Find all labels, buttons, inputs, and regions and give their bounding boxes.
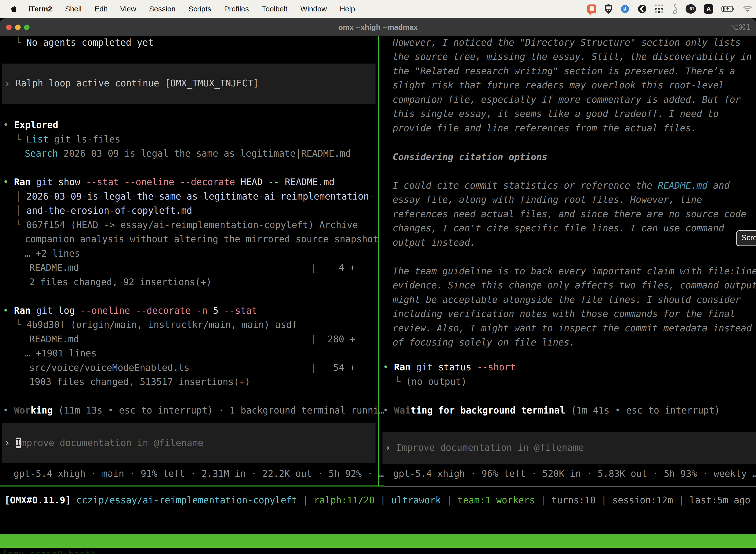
thinking-p3-l5: review. Also, I might want to inspect th…	[393, 322, 752, 334]
timer-61-icon[interactable]: ..61	[686, 4, 696, 14]
separator: |	[441, 495, 458, 506]
cmd-token: log	[58, 305, 80, 316]
menu-item-help[interactable]: Help	[340, 5, 355, 13]
agents-done-text: No agents completed yet	[26, 37, 153, 48]
tree-elbow: └	[15, 220, 26, 230]
inject-input-text: Ralph loop active continue [OMX_TMUX_INJ…	[16, 78, 259, 89]
right-prompt-input-box[interactable]: › Improve documentation in @filename	[382, 432, 756, 464]
no-output-text: (no output)	[406, 376, 467, 387]
left-session-status: gpt-5.4 xhigh · main · 91% left · 2.31M …	[14, 468, 384, 480]
ralph-counter: ralph:11/20	[314, 495, 375, 506]
ran-git-status-line: • Ran git status --short	[383, 362, 516, 373]
no-output-line: └ (no output)	[395, 376, 467, 388]
chat-bubble-icon[interactable]	[587, 4, 596, 13]
p2-text-b: and	[708, 180, 730, 191]
shield-grid-icon[interactable]	[604, 4, 613, 14]
waiting-shimmer-bright: ting for background terminal	[411, 405, 565, 416]
commit-2-text: 4b9d30f (origin/main, instructkr/main, m…	[26, 320, 297, 330]
list-cmd: git ls-files	[49, 134, 121, 145]
search-query: 2026-03-09-is-legal-the-same-as-legitima…	[58, 148, 351, 159]
thinking-p1-l1: However, I noticed the "Directory Struct…	[393, 37, 741, 49]
thinking-p2-l2: essay file, along with finding root file…	[393, 194, 702, 206]
bullet-icon: •	[3, 120, 14, 130]
tree-elbow: └	[15, 134, 26, 145]
waiting-status-line: • Waiting for background terminal (1m 41…	[383, 404, 720, 417]
window-title: omx --xhigh --madmax	[0, 18, 756, 36]
menu-item-session[interactable]: Session	[149, 5, 176, 13]
separator: |	[375, 495, 391, 506]
bullet-icon: •	[3, 305, 14, 316]
working-shimmer-dim: Wor	[14, 405, 31, 416]
thinking-p3-l4: including verification notes with those …	[393, 308, 735, 320]
omx-version: [OMX#0.11.9]	[4, 495, 71, 506]
ultrawork-badge: ultrawork	[391, 495, 441, 506]
apple-icon[interactable]	[10, 4, 17, 13]
placeholder-text: Improve documentation in @filename	[396, 442, 584, 453]
list-verb: List	[26, 134, 49, 145]
battery-icon[interactable]	[721, 5, 735, 12]
input-source-icon[interactable]: A	[704, 4, 713, 14]
placeholder-text: mprove documentation in @filename	[21, 438, 203, 448]
turns-counter: turns:10	[551, 495, 595, 506]
pane-divider	[378, 36, 379, 486]
menu-item-shell[interactable]: Shell	[65, 5, 82, 13]
bullet-icon: •	[3, 405, 14, 416]
diffstat-3: src/voice/voiceModeEnabled.ts | 54 +	[29, 362, 355, 374]
dots-grid-icon[interactable]	[655, 4, 664, 13]
window-title-bar: omx --xhigh --madmax ⌥⌘1	[0, 18, 756, 36]
k-circle-icon[interactable]	[637, 4, 647, 14]
inject-input-box[interactable]: › Ralph loop active continue [OMX_TMUX_I…	[2, 63, 376, 104]
filename-wrap-line-2: │ and-the-erosion-of-copyleft.md	[15, 205, 192, 217]
commit-line-1: └ 067f154 (HEAD -> essay/ai-reimplementa…	[15, 219, 358, 231]
menu-item-view[interactable]: View	[120, 5, 136, 13]
text-cursor: I	[16, 438, 21, 448]
explored-list-line: └ List git ls-files	[15, 133, 120, 146]
menu-item-profiles[interactable]: Profiles	[224, 5, 249, 13]
menu-item-iterm2[interactable]: iTerm2	[28, 5, 52, 13]
diffsummary-2: 1903 files changed, 513517 insertions(+)	[29, 376, 250, 388]
head-token: HEAD	[241, 177, 268, 187]
file-token: README.md	[285, 177, 334, 187]
tree-pipe: │	[15, 205, 26, 216]
window-shortcut: ⌥⌘1	[730, 18, 751, 36]
blue-badge-icon[interactable]	[621, 4, 630, 13]
omx-branch-path: cczip/essay/ai-reimplementation-copyleft	[71, 495, 297, 506]
tree-elbow: └	[395, 376, 406, 387]
flags2-token: --stat	[224, 305, 257, 316]
menu-item-window[interactable]: Window	[300, 5, 327, 13]
omx-status-line: [OMX#0.11.9] cczip/essay/ai-reimplementa…	[4, 494, 750, 506]
menu-item-scripts[interactable]: Scripts	[189, 5, 211, 13]
separator: |	[596, 495, 612, 506]
essay-filename-part2: and-the-erosion-of-copyleft.md	[26, 205, 192, 216]
session-duration: session:12m	[612, 495, 673, 506]
thinking-p3-l1: The team guideline is to back every impo…	[393, 265, 756, 277]
screen-overlay-button[interactable]: Scre	[736, 230, 756, 246]
dashes-token: --	[268, 177, 285, 187]
diffsummary-1: 2 files changed, 92 insertions(+)	[29, 276, 211, 288]
last-activity: last:5m ago	[690, 495, 750, 506]
inactive-pane-border	[384, 486, 756, 487]
tmux-session-window[interactable]: [omx-cczip0:bash*	[2, 548, 96, 554]
tree-elbow: └	[15, 320, 26, 330]
thinking-p1-l7: provide file and line references from th…	[393, 122, 696, 134]
thinking-p3-l2: evidence. Since this change only affects…	[393, 279, 756, 291]
flags-token: --short	[477, 362, 516, 373]
filename-wrap-line-1: │ 2026-03-09-is-legal-the-same-as-legiti…	[15, 190, 375, 203]
commit-line-2: └ 4b9d30f (origin/main, instructkr/main,…	[15, 319, 297, 331]
right-session-status: gpt-5.4 xhigh · 96% left · 520K in · 5.8…	[393, 468, 756, 480]
explored-search-line: Search 2026-03-09-is-legal-the-same-as-l…	[25, 148, 351, 160]
thinking-p2-l3: references need actual files, and since …	[393, 208, 746, 220]
git-token: git	[36, 305, 58, 316]
menu-item-edit[interactable]: Edit	[94, 5, 107, 13]
left-prompt-input-box[interactable]: › Improve documentation in @filename	[2, 423, 376, 463]
diffstat-1: README.md | 4 +	[29, 262, 355, 274]
team-workers: team:1 workers	[458, 495, 535, 506]
thinking-p2-l5: output instead.	[393, 237, 476, 249]
hook-icon[interactable]	[672, 3, 678, 14]
right-terminal-pane: However, I noticed the "Directory Struct…	[379, 36, 756, 486]
thinking-p1-l6: this single essay, it seems like a good …	[393, 108, 718, 120]
wifi-icon[interactable]	[743, 5, 753, 13]
ran-label: Ran	[394, 362, 416, 373]
thinking-p3-l6: of focusing solely on file lines.	[393, 337, 575, 348]
menu-item-toolbelt[interactable]: Toolbelt	[262, 5, 288, 13]
